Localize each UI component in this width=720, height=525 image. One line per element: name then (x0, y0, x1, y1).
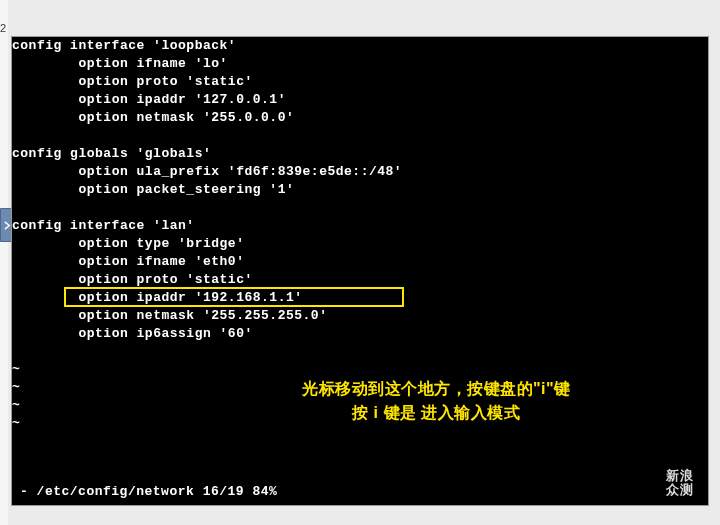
config-line: config interface 'loopback' (12, 37, 708, 55)
blank-line (12, 127, 708, 145)
page-left-margin (0, 0, 8, 525)
terminal-window[interactable]: config interface 'loopback' option ifnam… (11, 36, 709, 506)
option-line: option ipaddr '127.0.0.1' (12, 91, 708, 109)
annotation-text: 光标移动到这个地方，按键盘的"i"键 按 i 键是 进入输入模式 (302, 377, 571, 425)
option-line: option packet_steering '1' (12, 181, 708, 199)
vim-status-bar: - /etc/config/network 16/19 84% (12, 483, 708, 505)
blank-line (12, 343, 708, 361)
option-line: option proto 'static' (12, 271, 708, 289)
option-line: option proto 'static' (12, 73, 708, 91)
blank-line (12, 199, 708, 217)
watermark-line-1: 新浪 (666, 469, 694, 483)
annotation-line-2: 按 i 键是 进入输入模式 (302, 401, 571, 425)
config-line: config globals 'globals' (12, 145, 708, 163)
option-line: option ifname 'lo' (12, 55, 708, 73)
page-number: 2 (0, 22, 6, 34)
option-line: option ip6assign '60' (12, 325, 708, 343)
watermark: 新浪 众测 (666, 469, 694, 497)
config-line: config interface 'lan' (12, 217, 708, 235)
watermark-line-2: 众测 (666, 483, 694, 497)
option-line-highlighted: option ipaddr '192.168.1.1' (12, 289, 708, 307)
option-line: option ifname 'eth0' (12, 253, 708, 271)
option-line: option ula_prefix 'fd6f:839e:e5de::/48' (12, 163, 708, 181)
option-line: option type 'bridge' (12, 235, 708, 253)
option-line: option netmask '255.0.0.0' (12, 109, 708, 127)
annotation-line-1: 光标移动到这个地方，按键盘的"i"键 (302, 377, 571, 401)
option-line: option netmask '255.255.255.0' (12, 307, 708, 325)
